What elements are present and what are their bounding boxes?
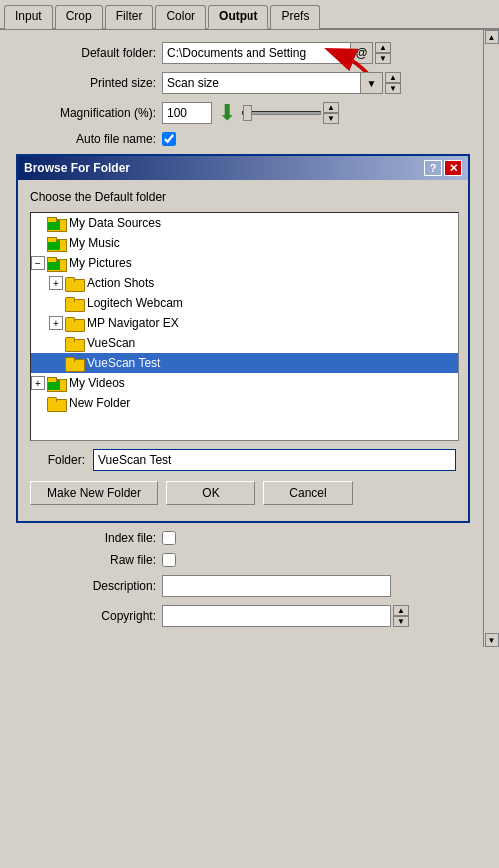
copyright-control: ▲ ▼	[162, 605, 483, 627]
music-icon-overlay	[48, 240, 60, 250]
auto-file-name-label: Auto file name:	[16, 132, 156, 146]
magnification-row: Magnification (%): ⬇ ▲ ▼	[16, 102, 483, 124]
scroll-down-arrow[interactable]: ▼	[485, 633, 499, 647]
slider-thumb[interactable]	[243, 105, 252, 121]
tree-label-vuescan-test: VueScan Test	[87, 356, 160, 370]
copyright-spinner-up[interactable]: ▲	[393, 605, 409, 616]
copyright-spinner: ▲ ▼	[393, 605, 409, 627]
mp-navigator-expand-btn[interactable]: +	[49, 316, 63, 330]
make-new-folder-button[interactable]: Make New Folder	[30, 481, 158, 505]
mp-navigator-folder-icon	[65, 316, 83, 330]
tree-item-data-sources[interactable]: My Data Sources	[31, 213, 458, 233]
tab-bar: Input Crop Filter Color Output Prefs	[0, 0, 499, 30]
printed-size-spinner-up[interactable]: ▲	[385, 72, 401, 83]
copyright-label: Copyright:	[16, 609, 156, 623]
vuescan-folder-icon	[65, 336, 83, 350]
dialog-buttons: Make New Folder OK Cancel	[30, 481, 456, 505]
tree-item-vuescan-test[interactable]: VueScan Test	[31, 353, 458, 373]
dialog-folder-label: Folder:	[30, 453, 85, 467]
magnification-control: ⬇ ▲ ▼	[162, 102, 483, 124]
tree-label-action-shots: Action Shots	[87, 276, 154, 290]
printed-size-spinner-down[interactable]: ▼	[385, 83, 401, 94]
default-folder-control: @ ▲ ▼	[162, 42, 483, 64]
pictures-icon-overlay	[48, 260, 60, 270]
tab-filter[interactable]: Filter	[105, 5, 154, 29]
raw-file-row: Raw file:	[16, 553, 483, 567]
default-folder-label: Default folder:	[16, 46, 156, 60]
copyright-spinner-down[interactable]: ▼	[393, 616, 409, 627]
printed-size-row: Printed size: Scan size ▼ ▲ ▼	[16, 72, 483, 94]
printed-size-control: Scan size ▼ ▲ ▼	[162, 72, 483, 94]
mag-spinner: ▲ ▼	[323, 102, 339, 124]
dialog-folder-input[interactable]	[93, 449, 456, 471]
tree-item-videos[interactable]: + My Videos	[31, 373, 458, 393]
index-file-checkbox[interactable]	[162, 531, 176, 545]
tree-item-mp-navigator[interactable]: + MP Navigator EX	[31, 313, 458, 333]
dialog-overlay: Browse For Folder ? ✕ Choose the Default…	[16, 154, 483, 523]
description-control	[162, 575, 483, 597]
index-file-row: Index file:	[16, 531, 483, 545]
action-shots-expand-btn[interactable]: +	[49, 276, 63, 290]
tree-item-pictures[interactable]: − My Pictures	[31, 253, 458, 273]
auto-file-name-control	[162, 132, 483, 146]
folder-tree[interactable]: My Data Sources My Music −	[30, 212, 459, 441]
videos-folder-icon	[47, 376, 65, 390]
pictures-expand-btn[interactable]: −	[31, 256, 45, 270]
raw-file-control	[162, 553, 483, 567]
index-file-control	[162, 531, 483, 545]
data-sources-folder-icon	[47, 216, 65, 230]
tree-item-action-shots[interactable]: + Action Shots	[31, 273, 458, 293]
dialog-close-button[interactable]: ✕	[444, 160, 462, 176]
magnification-slider[interactable]	[242, 104, 321, 122]
raw-file-checkbox[interactable]	[162, 553, 176, 567]
printed-size-select[interactable]: Scan size	[162, 72, 361, 94]
dialog-description: Choose the Default folder	[30, 190, 456, 204]
description-input[interactable]	[162, 575, 391, 597]
auto-file-name-checkbox[interactable]	[162, 132, 176, 146]
scroll-up-arrow[interactable]: ▲	[485, 30, 499, 44]
vuescan-test-folder-icon	[65, 356, 83, 370]
slider-track	[242, 111, 321, 115]
cancel-button[interactable]: Cancel	[263, 481, 353, 505]
dialog-title: Browse For Folder	[24, 161, 130, 175]
default-folder-input[interactable]	[162, 42, 351, 64]
default-folder-row: Default folder: @ ▲ ▼	[16, 42, 483, 64]
logitech-folder-icon	[65, 296, 83, 310]
copyright-row: Copyright: ▲ ▼	[16, 605, 483, 627]
tree-item-music[interactable]: My Music	[31, 233, 458, 253]
folder-spinner-down[interactable]: ▼	[375, 53, 391, 64]
dialog-title-buttons: ? ✕	[424, 160, 462, 176]
browse-folder-button[interactable]: @	[351, 42, 373, 64]
tree-item-vuescan[interactable]: VueScan	[31, 333, 458, 353]
magnification-input[interactable]	[162, 102, 212, 124]
mag-spinner-down[interactable]: ▼	[323, 113, 339, 124]
tab-crop[interactable]: Crop	[55, 5, 103, 29]
tab-color[interactable]: Color	[155, 5, 206, 29]
tree-item-new-folder[interactable]: New Folder	[31, 393, 458, 413]
tree-item-logitech[interactable]: Logitech Webcam	[31, 293, 458, 313]
browse-folder-dialog: Browse For Folder ? ✕ Choose the Default…	[16, 154, 470, 523]
dialog-titlebar: Browse For Folder ? ✕	[18, 156, 468, 180]
tab-input[interactable]: Input	[4, 5, 53, 29]
videos-expand-btn[interactable]: +	[31, 376, 45, 390]
printed-size-spinner: ▲ ▼	[385, 72, 401, 94]
dialog-help-button[interactable]: ?	[424, 160, 442, 176]
printed-size-label: Printed size:	[16, 76, 156, 90]
tree-label-logitech: Logitech Webcam	[87, 296, 183, 310]
mag-spinner-up[interactable]: ▲	[323, 102, 339, 113]
printed-size-arrow[interactable]: ▼	[361, 72, 383, 94]
tab-prefs[interactable]: Prefs	[270, 5, 320, 29]
tab-output[interactable]: Output	[208, 5, 268, 29]
copyright-input[interactable]	[162, 605, 391, 627]
tree-label-vuescan: VueScan	[87, 336, 135, 350]
index-file-label: Index file:	[16, 531, 156, 545]
main-scrollbar[interactable]: ▲ ▼	[483, 30, 499, 647]
music-folder-icon	[47, 236, 65, 250]
ok-button[interactable]: OK	[166, 481, 255, 505]
folder-spinner: ▲ ▼	[375, 42, 391, 64]
pictures-folder-icon	[47, 256, 65, 270]
videos-icon-overlay	[48, 380, 60, 390]
folder-spinner-up[interactable]: ▲	[375, 42, 391, 53]
action-shots-folder-icon	[65, 276, 83, 290]
tree-label-pictures: My Pictures	[69, 256, 132, 270]
